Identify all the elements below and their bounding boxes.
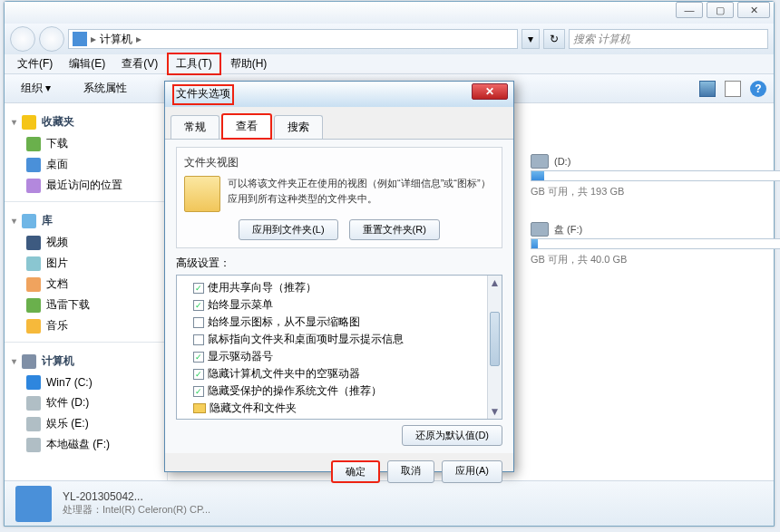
sidebar-item-music[interactable]: 音乐 bbox=[5, 315, 167, 336]
scroll-thumb[interactable] bbox=[490, 312, 500, 366]
sidebar-item-drive-e[interactable]: 娱乐 (E:) bbox=[5, 413, 167, 434]
checkbox[interactable] bbox=[193, 300, 204, 311]
apply-button[interactable]: 应用(A) bbox=[442, 460, 502, 483]
adv-item[interactable]: 隐藏计算机文件夹中的空驱动器 bbox=[180, 365, 498, 382]
adv-item[interactable]: 隐藏受保护的操作系统文件（推荐） bbox=[180, 382, 498, 400]
sidebar-item-documents[interactable]: 文档 bbox=[5, 274, 167, 295]
sidebar-label: 计算机 bbox=[42, 353, 74, 369]
sidebar-item-downloads[interactable]: 下载 bbox=[5, 133, 167, 154]
adv-item[interactable]: 使用共享向导（推荐） bbox=[180, 279, 498, 296]
collapse-icon: ▾ bbox=[12, 356, 16, 366]
adv-item[interactable]: 隐藏文件和文件夹 bbox=[180, 400, 498, 417]
tab-search[interactable]: 搜索 bbox=[274, 115, 323, 139]
sidebar-item-desktop[interactable]: 桌面 bbox=[5, 154, 167, 175]
scroll-down-icon[interactable]: ▼ bbox=[488, 404, 502, 419]
menubar: 文件(F) 编辑(E) 查看(V) 工具(T) 帮助(H) bbox=[5, 54, 774, 74]
adv-item[interactable]: 始终显示菜单 bbox=[180, 296, 498, 314]
sidebar-item-drive-c[interactable]: Win7 (C:) bbox=[5, 372, 167, 392]
xunlei-icon bbox=[26, 298, 41, 313]
refresh-button[interactable]: ↻ bbox=[543, 29, 565, 49]
drive-item-d[interactable]: (D:) bbox=[531, 154, 774, 169]
forward-button[interactable] bbox=[39, 26, 64, 52]
drive-label: 盘 (F:) bbox=[554, 223, 582, 237]
dialog-titlebar[interactable]: 文件夹选项 ✕ bbox=[165, 82, 513, 107]
library-icon bbox=[22, 214, 36, 228]
ok-button[interactable]: 确定 bbox=[331, 460, 380, 483]
checkbox[interactable] bbox=[193, 317, 204, 328]
adv-item-label: 始终显示图标，从不显示缩略图 bbox=[208, 314, 360, 330]
organize-button[interactable]: 组织 ▾ bbox=[12, 78, 60, 99]
restore-defaults-button[interactable]: 还原为默认值(D) bbox=[402, 425, 502, 446]
adv-item[interactable]: 始终显示图标，从不显示缩略图 bbox=[180, 314, 498, 331]
checkbox[interactable] bbox=[193, 386, 204, 397]
breadcrumb[interactable]: ▸ 计算机 ▸ bbox=[68, 29, 518, 49]
tab-general[interactable]: 常规 bbox=[171, 115, 219, 139]
collapse-icon: ▾ bbox=[12, 117, 16, 127]
checkbox[interactable] bbox=[193, 369, 204, 380]
sidebar-item-label: 桌面 bbox=[46, 157, 68, 172]
sidebar-item-drive-d[interactable]: 软件 (D:) bbox=[5, 392, 167, 413]
system-properties-button[interactable]: 系统属性 bbox=[74, 78, 136, 99]
dialog-close-button[interactable]: ✕ bbox=[472, 83, 508, 100]
computer-icon bbox=[73, 32, 87, 46]
menu-edit[interactable]: 编辑(E) bbox=[62, 54, 112, 73]
adv-item[interactable]: 显示驱动器号 bbox=[180, 348, 498, 365]
details-pane-icon[interactable] bbox=[725, 81, 741, 97]
folder-view-icon bbox=[184, 176, 220, 212]
music-icon bbox=[26, 319, 41, 334]
breadcrumb-item[interactable]: 计算机 bbox=[100, 32, 132, 47]
folder-options-dialog: 文件夹选项 ✕ 常规 查看 搜索 文件夹视图 可以将该文件夹正在使用的视图（例如… bbox=[164, 81, 514, 472]
adv-item-label: 不显示隐藏的文件、文件夹或驱动器 bbox=[223, 418, 397, 420]
sidebar-item-label: 娱乐 (E:) bbox=[46, 416, 89, 431]
sidebar-header-libraries[interactable]: ▾库 bbox=[5, 208, 167, 232]
adv-item[interactable]: 鼠标指向文件夹和桌面项时显示提示信息 bbox=[180, 331, 498, 348]
sidebar-item-label: 音乐 bbox=[46, 318, 68, 334]
adv-item[interactable]: 不显示隐藏的文件、文件夹或驱动器 bbox=[180, 417, 498, 420]
menu-view[interactable]: 查看(V) bbox=[114, 54, 165, 73]
menu-file[interactable]: 文件(F) bbox=[10, 54, 60, 73]
address-dropdown-button[interactable]: ▾ bbox=[522, 29, 540, 49]
view-mode-icon[interactable] bbox=[699, 81, 716, 97]
close-button[interactable]: ✕ bbox=[737, 2, 770, 18]
sidebar-item-xunlei[interactable]: 迅雷下载 bbox=[5, 295, 167, 315]
scroll-up-icon[interactable]: ▲ bbox=[488, 276, 502, 290]
picture-icon bbox=[26, 256, 41, 271]
drive-usage-bar bbox=[531, 238, 780, 249]
sidebar-item-label: 最近访问的位置 bbox=[46, 178, 122, 193]
sidebar-header-computer[interactable]: ▾计算机 bbox=[5, 348, 167, 372]
minimize-button[interactable]: — bbox=[676, 2, 703, 18]
tab-view[interactable]: 查看 bbox=[221, 113, 272, 140]
maximize-button[interactable]: ▢ bbox=[707, 2, 734, 18]
cpu-label: 处理器： bbox=[63, 504, 102, 515]
checkbox[interactable] bbox=[193, 283, 204, 294]
sidebar-item-videos[interactable]: 视频 bbox=[5, 232, 167, 253]
adv-item-label: 始终显示菜单 bbox=[208, 297, 273, 313]
cancel-button[interactable]: 取消 bbox=[387, 460, 434, 483]
recent-icon bbox=[26, 179, 41, 193]
adv-item-label: 鼠标指向文件夹和桌面项时显示提示信息 bbox=[208, 332, 404, 347]
sidebar-header-favorites[interactable]: ▾收藏夹 bbox=[5, 109, 167, 133]
apply-to-folders-button[interactable]: 应用到文件夹(L) bbox=[239, 219, 337, 240]
sidebar-item-recent[interactable]: 最近访问的位置 bbox=[5, 175, 167, 196]
adv-item-label: 隐藏文件和文件夹 bbox=[210, 401, 297, 416]
reset-folders-button[interactable]: 重置文件夹(R) bbox=[349, 219, 440, 240]
video-icon bbox=[26, 236, 41, 250]
menu-help[interactable]: 帮助(H) bbox=[223, 54, 275, 73]
advanced-settings-list[interactable]: 使用共享向导（推荐）始终显示菜单始终显示图标，从不显示缩略图鼠标指向文件夹和桌面… bbox=[176, 275, 502, 420]
sidebar-item-pictures[interactable]: 图片 bbox=[5, 253, 167, 274]
help-icon[interactable]: ? bbox=[750, 81, 766, 97]
sidebar-item-drive-f[interactable]: 本地磁盘 (F:) bbox=[5, 434, 167, 455]
scrollbar[interactable]: ▲ ▼ bbox=[487, 276, 502, 419]
checkbox[interactable] bbox=[193, 352, 204, 363]
drive-label: (D:) bbox=[554, 156, 570, 167]
sidebar-label: 库 bbox=[42, 213, 53, 228]
menu-tools[interactable]: 工具(T) bbox=[167, 53, 220, 75]
back-button[interactable] bbox=[10, 26, 35, 52]
breadcrumb-arrow-icon[interactable]: ▸ bbox=[136, 33, 141, 45]
sidebar-item-label: 下载 bbox=[46, 136, 68, 151]
star-icon bbox=[22, 115, 36, 130]
drive-item-f[interactable]: 盘 (F:) bbox=[531, 222, 774, 237]
download-icon bbox=[26, 137, 41, 151]
search-input[interactable]: 搜索 计算机 bbox=[569, 29, 768, 49]
checkbox[interactable] bbox=[193, 334, 204, 345]
